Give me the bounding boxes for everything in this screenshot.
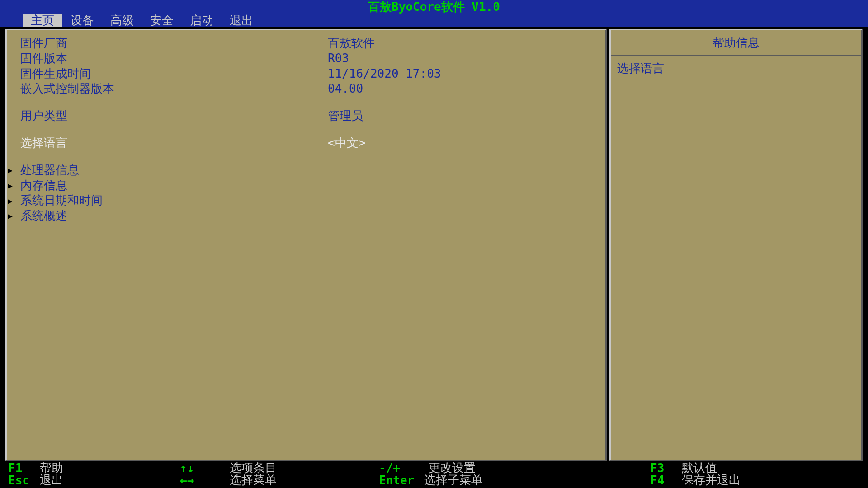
help-body: 选择语言 bbox=[611, 56, 861, 81]
info-value: R03 bbox=[328, 51, 592, 66]
content-panel: 固件厂商 百敖软件 固件版本 R03 固件生成时间 11/16/2020 17:… bbox=[5, 29, 607, 461]
title-bar: 百敖ByoCore软件 V1.0 bbox=[0, 0, 868, 14]
hotkey-label: 选择子菜单 bbox=[424, 472, 483, 488]
hotkey-select-item: ↑↓ 选项条目 bbox=[180, 462, 379, 474]
info-row-buildtime: 固件生成时间 11/16/2020 17:03 bbox=[20, 66, 592, 82]
submenu-cpu-info[interactable]: ▶ 处理器信息 bbox=[8, 163, 592, 178]
info-row-version: 固件版本 R03 bbox=[20, 51, 592, 66]
info-row-vendor: 固件厂商 百敖软件 bbox=[20, 36, 592, 51]
menu-tab-exit[interactable]: 退出 bbox=[222, 14, 261, 27]
menu-tab-main[interactable]: 主页 bbox=[23, 14, 62, 27]
hotkey-label: 选择菜单 bbox=[230, 472, 277, 488]
hotkey-label: 保存并退出 bbox=[682, 472, 741, 488]
submenu-memory-info[interactable]: ▶ 内存信息 bbox=[8, 178, 592, 193]
info-row-ecversion: 嵌入式控制器版本 04.00 bbox=[20, 81, 592, 97]
triangle-right-icon: ▶ bbox=[8, 196, 20, 206]
triangle-right-icon: ▶ bbox=[8, 211, 20, 221]
hotkey-change-value: -/+ 更改设置 bbox=[379, 462, 650, 474]
hotkey-key: F3 bbox=[650, 461, 682, 475]
info-label: 用户类型 bbox=[20, 108, 328, 124]
info-value: 管理员 bbox=[328, 108, 592, 124]
submenu-label: 系统概述 bbox=[20, 208, 67, 224]
triangle-right-icon: ▶ bbox=[8, 180, 20, 191]
info-label: 固件生成时间 bbox=[20, 66, 328, 82]
info-value: 04.00 bbox=[328, 81, 592, 97]
hotkey-key: F1 bbox=[8, 461, 40, 475]
hotkey-save-exit: F4 保存并退出 bbox=[650, 474, 868, 486]
setting-language[interactable]: 选择语言 <中文> bbox=[20, 136, 592, 151]
submenu-system-overview[interactable]: ▶ 系统概述 bbox=[8, 208, 592, 224]
menu-bar: 主页 设备 高级 安全 启动 退出 bbox=[0, 14, 868, 27]
info-row-usertype: 用户类型 管理员 bbox=[20, 108, 592, 124]
submenu-label: 处理器信息 bbox=[20, 163, 79, 178]
setting-label: 选择语言 bbox=[20, 136, 328, 151]
menu-tab-devices[interactable]: 设备 bbox=[62, 14, 102, 27]
triangle-right-icon: ▶ bbox=[8, 165, 20, 175]
submenu-label: 内存信息 bbox=[20, 178, 67, 193]
hotkey-key: Esc bbox=[8, 474, 40, 487]
setting-value: <中文> bbox=[328, 136, 592, 151]
menu-tab-advanced[interactable]: 高级 bbox=[102, 14, 142, 27]
info-value: 11/16/2020 17:03 bbox=[328, 66, 592, 82]
hotkey-key: F4 bbox=[650, 474, 682, 487]
help-title: 帮助信息 bbox=[611, 30, 861, 56]
hotkey-label: 退出 bbox=[40, 472, 63, 488]
submenu-datetime[interactable]: ▶ 系统日期和时间 bbox=[8, 193, 592, 208]
info-label: 嵌入式控制器版本 bbox=[20, 81, 328, 97]
hotkey-key: Enter bbox=[379, 474, 424, 487]
info-label: 固件厂商 bbox=[20, 36, 328, 51]
plusminus-icon: -/+ bbox=[379, 461, 429, 475]
info-value: 百敖软件 bbox=[328, 36, 592, 51]
hotkey-select-menu: ←→ 选择菜单 bbox=[180, 474, 379, 486]
main-area: 固件厂商 百敖软件 固件版本 R03 固件生成时间 11/16/2020 17:… bbox=[0, 27, 868, 461]
hotkey-help: F1 帮助 bbox=[8, 462, 180, 474]
app-title: 百敖ByoCore软件 V1.0 bbox=[368, 0, 500, 14]
submenu-label: 系统日期和时间 bbox=[20, 193, 103, 208]
footer-bar: F1 帮助 Esc 退出 ↑↓ 选项条目 ←→ 选择菜单 -/+ 更改设置 En… bbox=[0, 461, 868, 486]
menu-tab-boot[interactable]: 启动 bbox=[182, 14, 222, 27]
arrows-leftright-icon: ←→ bbox=[180, 474, 230, 487]
menu-tab-security[interactable]: 安全 bbox=[142, 14, 182, 27]
hotkey-enter-submenu: Enter 选择子菜单 bbox=[379, 474, 650, 486]
info-label: 固件版本 bbox=[20, 51, 328, 66]
arrows-updown-icon: ↑↓ bbox=[180, 461, 230, 475]
help-panel: 帮助信息 选择语言 bbox=[609, 29, 863, 461]
hotkey-exit: Esc 退出 bbox=[8, 474, 180, 486]
